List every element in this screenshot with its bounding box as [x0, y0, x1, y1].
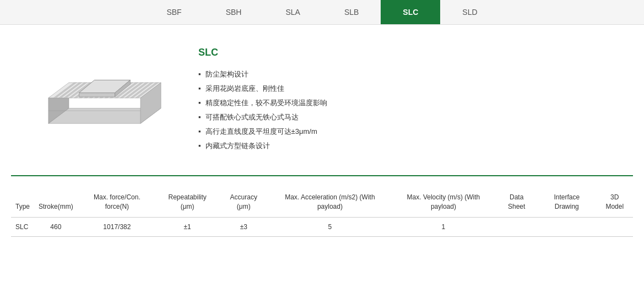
- feature-item-4: 可搭配铁心式或无铁心式马达: [198, 110, 611, 124]
- cell-3d-model: [597, 217, 633, 236]
- col-header-max-velocity: Max. Velocity (m/s) (With payload): [391, 187, 496, 217]
- col-header-interface-drawing: Interface Drawing: [537, 187, 597, 217]
- feature-item-5: 高行走直线度及平坦度可达±3μm/m: [198, 124, 611, 139]
- feature-item-3: 精度稳定性佳，较不易受环境温度影响: [198, 96, 611, 110]
- product-title: SLC: [198, 47, 611, 58]
- svg-marker-22: [79, 93, 115, 97]
- tab-SLA[interactable]: SLA: [263, 0, 322, 24]
- table-row: SLC 460 1017/382 ±1 ±3 5 1: [11, 217, 633, 236]
- cell-max-velocity: 1: [391, 217, 496, 236]
- feature-item-6: 内藏式方型链条设计: [198, 139, 611, 153]
- cell-stroke: 460: [34, 217, 78, 236]
- tab-SBF[interactable]: SBF: [144, 0, 203, 24]
- col-header-data-sheet: Data Sheet: [496, 187, 537, 217]
- specs-table-section: Type Stroke(mm) Max. force/Con. force(N)…: [0, 176, 644, 248]
- tab-SLD[interactable]: SLD: [440, 0, 499, 24]
- product-info: SLC 防尘架构设计 采用花岗岩底座、刚性佳 精度稳定性佳，较不易受环境温度影响…: [198, 47, 611, 153]
- cell-accuracy: ±3: [218, 217, 269, 236]
- product-image: [33, 47, 176, 140]
- col-header-accuracy: Accuracy (μm): [218, 187, 269, 217]
- cell-data-sheet: [496, 217, 537, 236]
- feature-item-1: 防尘架构设计: [198, 67, 611, 82]
- col-header-type: Type: [11, 187, 34, 217]
- cell-max-force: 1017/382: [78, 217, 156, 236]
- tab-navigation: SBF SBH SLA SLB SLC SLD: [0, 0, 644, 25]
- col-header-3d-model: 3D Model: [597, 187, 633, 217]
- cell-max-acceleration: 5: [269, 217, 391, 236]
- cell-type: SLC: [11, 217, 34, 236]
- feature-list: 防尘架构设计 采用花岗岩底座、刚性佳 精度稳定性佳，较不易受环境温度影响 可搭配…: [198, 67, 611, 153]
- table-header-row: Type Stroke(mm) Max. force/Con. force(N)…: [11, 187, 633, 217]
- col-header-max-acceleration: Max. Acceleration (m/s2) (With payload): [269, 187, 391, 217]
- tab-SLB[interactable]: SLB: [322, 0, 381, 24]
- col-header-max-force: Max. force/Con. force(N): [78, 187, 156, 217]
- col-header-stroke: Stroke(mm): [34, 187, 78, 217]
- specs-table: Type Stroke(mm) Max. force/Con. force(N)…: [11, 187, 633, 237]
- tab-SLC[interactable]: SLC: [381, 0, 440, 24]
- feature-item-2: 采用花岗岩底座、刚性佳: [198, 82, 611, 96]
- cell-interface-drawing: [537, 217, 597, 236]
- product-section: SLC 防尘架构设计 采用花岗岩底座、刚性佳 精度稳定性佳，较不易受环境温度影响…: [0, 25, 644, 175]
- cell-repeatability: ±1: [156, 217, 218, 236]
- col-header-repeatability: Repeatability (μm): [156, 187, 218, 217]
- tab-SBH[interactable]: SBH: [204, 0, 264, 24]
